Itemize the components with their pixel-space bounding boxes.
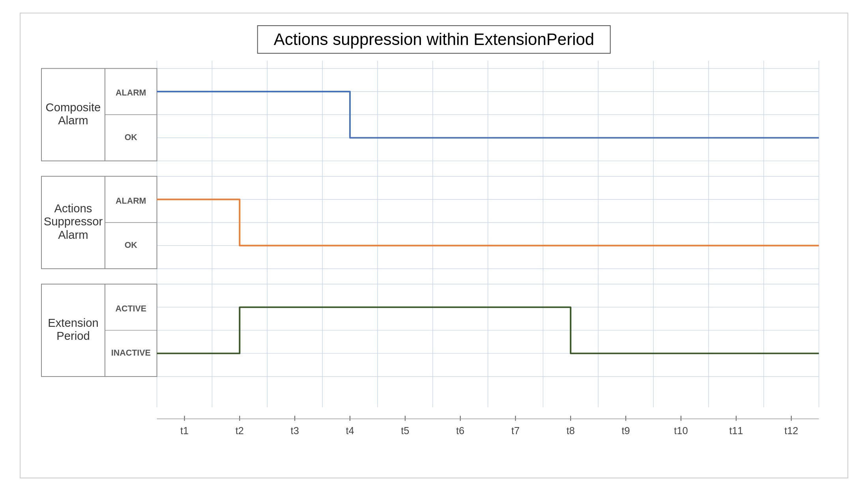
diagram-svg: CompositeAlarmALARMOKActionsSuppressorAl… <box>32 61 836 438</box>
label-panel-0: CompositeAlarmALARMOK <box>41 69 157 161</box>
svg-text:Alarm: Alarm <box>58 229 88 241</box>
svg-text:Suppressor: Suppressor <box>44 215 103 228</box>
time-label-t11: t11 <box>729 425 743 436</box>
time-label-t6: t6 <box>456 425 464 436</box>
chart-title: Actions suppression within ExtensionPeri… <box>257 25 611 54</box>
time-label-t3: t3 <box>291 425 299 436</box>
svg-text:Composite: Composite <box>46 101 101 114</box>
time-label-t5: t5 <box>401 425 409 436</box>
grid <box>157 61 819 407</box>
chart-container: Actions suppression within ExtensionPeri… <box>20 13 848 478</box>
svg-text:Extension: Extension <box>48 317 98 329</box>
time-label-t7: t7 <box>511 425 520 436</box>
time-label-t1: t1 <box>180 425 189 436</box>
time-label-t4: t4 <box>346 425 354 436</box>
label-panel-2: ExtensionPeriodACTIVEINACTIVE <box>41 284 157 377</box>
time-label-t9: t9 <box>622 425 630 436</box>
svg-text:Period: Period <box>56 330 90 342</box>
time-label-t8: t8 <box>567 425 575 436</box>
label-panel-1: ActionsSuppressorAlarmALARMOK <box>41 176 157 269</box>
svg-text:Alarm: Alarm <box>58 114 88 127</box>
svg-text:INACTIVE: INACTIVE <box>111 348 151 358</box>
time-label-t2: t2 <box>236 425 244 436</box>
time-label-t12: t12 <box>784 425 798 436</box>
svg-text:ALARM: ALARM <box>116 196 146 206</box>
time-label-t10: t10 <box>674 425 688 436</box>
svg-text:OK: OK <box>125 240 138 250</box>
svg-text:OK: OK <box>125 133 138 142</box>
svg-text:Actions: Actions <box>54 202 92 215</box>
svg-text:ALARM: ALARM <box>116 88 146 97</box>
svg-text:ACTIVE: ACTIVE <box>115 304 146 313</box>
